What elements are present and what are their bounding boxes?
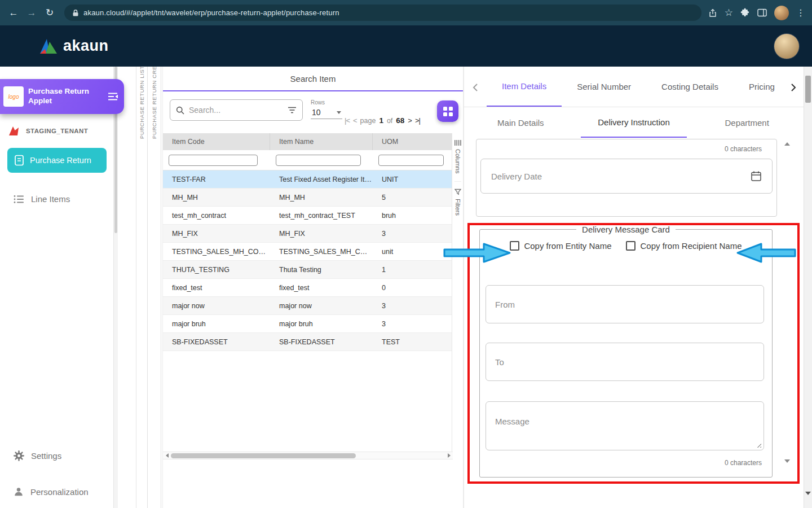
- browser-forward-icon[interactable]: →: [24, 5, 39, 21]
- cell-item-name: fixed_test: [270, 284, 373, 292]
- bookmark-star-icon[interactable]: ☆: [725, 7, 733, 19]
- copy-from-recipient-checkbox[interactable]: [626, 241, 636, 251]
- table-row[interactable]: MH_FIX MH_FIX 3: [163, 225, 453, 243]
- tenant-logo-icon: [8, 125, 20, 137]
- scroll-right-arrow[interactable]: [445, 452, 453, 459]
- table-row[interactable]: fixed_test fixed_test 0: [163, 279, 453, 297]
- rows-per-page-select[interactable]: Rows 10: [311, 99, 342, 119]
- browser-menu-icon[interactable]: ⋮: [796, 7, 805, 18]
- subtab-label: Department: [708, 107, 785, 138]
- calendar-icon[interactable]: [751, 170, 762, 182]
- pagination: |< < page 1 of 68 > >|: [345, 116, 420, 125]
- browser-sidepanel-icon[interactable]: [757, 8, 767, 17]
- search-box[interactable]: [170, 99, 303, 121]
- filter-input-item-code[interactable]: [169, 155, 258, 166]
- inner-scroll-up-icon[interactable]: [784, 142, 790, 146]
- drag-grip-icon: [454, 140, 461, 146]
- filter-input-uom[interactable]: [378, 155, 444, 166]
- from-field[interactable]: [486, 285, 764, 323]
- browser-reload-icon[interactable]: ↻: [42, 5, 58, 21]
- subtab-main-details[interactable]: Main Details: [464, 107, 577, 138]
- filters-tool[interactable]: Filters: [454, 181, 461, 224]
- applet-logo: logo: [3, 86, 24, 107]
- page-scrollbar-thumb[interactable]: [805, 76, 811, 103]
- columns-tool[interactable]: Columns: [454, 140, 461, 181]
- copy-from-recipient-option[interactable]: Copy from Recipient Name: [626, 241, 742, 251]
- table-row[interactable]: THUTA_TESTING Thuta Testing 1: [163, 261, 453, 279]
- copy-from-entity-checkbox[interactable]: [510, 241, 519, 251]
- browser-profile-avatar[interactable]: [774, 6, 789, 20]
- filters-tool-label: Filters: [454, 199, 461, 216]
- sidebar-scrollbar: [114, 67, 118, 508]
- user-avatar[interactable]: [774, 33, 800, 59]
- column-header-item-code[interactable]: Item Code: [163, 133, 270, 150]
- table-row[interactable]: TESTING_SALES_MH_CONTRACT TESTING_SALES_…: [163, 243, 453, 261]
- panel-title: Search Item: [163, 67, 463, 90]
- total-pages: 68: [396, 116, 404, 125]
- share-icon[interactable]: [708, 8, 717, 17]
- tab-item-details[interactable]: Item Details: [487, 67, 562, 107]
- copy-from-entity-option[interactable]: Copy from Entity Name: [510, 241, 611, 251]
- sidebar-item-settings[interactable]: Settings: [14, 450, 61, 461]
- sidebar-item-line-items[interactable]: Line Items: [14, 194, 70, 204]
- table-row[interactable]: major now major now 3: [163, 297, 453, 315]
- tab-costing-details[interactable]: Costing Details: [646, 67, 734, 107]
- from-input[interactable]: [486, 286, 764, 323]
- table-row[interactable]: SB-FIXEDASSET SB-FIXEDASSET TEST: [163, 333, 453, 351]
- tabs-scroll-left-icon[interactable]: [470, 82, 481, 93]
- cell-item-name: Test Fixed Asset Register Item C...: [270, 176, 373, 183]
- table-row[interactable]: MH_MH MH_MH 5: [163, 189, 453, 207]
- tabs-scroll-right-icon[interactable]: [788, 82, 799, 93]
- applet-title: Purchase Return Applet: [28, 87, 103, 106]
- browser-url-bar[interactable]: akaun.cloud/#/applet/tnt/wavelet/erp/pur…: [64, 5, 701, 21]
- search-toolbar: Rows 10 |< < page 1 of 68 > >|: [163, 91, 463, 133]
- cell-item-code: TEST-FAR: [163, 176, 270, 183]
- grid-view-button[interactable]: [437, 100, 458, 122]
- cell-item-name: TESTING_SALES_MH_CONTRACT: [270, 248, 373, 256]
- app-header: akaun: [0, 25, 812, 67]
- sidebar-item-tenant[interactable]: STAGING_TENANT: [8, 125, 88, 137]
- document-icon: [14, 155, 24, 166]
- current-page: 1: [379, 116, 383, 125]
- tab-serial-number[interactable]: Serial Number: [562, 67, 646, 107]
- inner-scroll-down-icon[interactable]: [784, 459, 790, 463]
- search-input[interactable]: [189, 106, 283, 115]
- delivery-date-field[interactable]: Delivery Date: [480, 159, 773, 194]
- vertical-tab-purchase-return-create[interactable]: PURCHASE RETURN CREATE: [148, 67, 161, 508]
- column-header-uom[interactable]: UOM: [373, 133, 453, 150]
- table-row[interactable]: test_mh_contract test_mh_contract_TEST b…: [163, 207, 453, 225]
- vertical-tab-purchase-return-listing[interactable]: PURCHASE RETURN LISTING: [136, 67, 148, 508]
- subtab-department[interactable]: Department: [690, 107, 804, 138]
- sidebar-item-personalization[interactable]: Personalization: [14, 487, 89, 497]
- sidebar-item-purchase-return[interactable]: Purchase Return: [7, 148, 107, 173]
- browser-back-icon[interactable]: ←: [6, 5, 21, 21]
- next-page-button[interactable]: >: [408, 116, 412, 125]
- subtab-delivery-instruction[interactable]: Delivery Instruction: [577, 107, 691, 138]
- applet-chip[interactable]: logo Purchase Return Applet: [0, 79, 124, 114]
- filter-icon[interactable]: [288, 106, 297, 114]
- extensions-puzzle-icon[interactable]: [740, 8, 750, 17]
- scroll-down-arrow[interactable]: [805, 495, 811, 505]
- message-textarea[interactable]: [486, 402, 764, 450]
- tab-pricing[interactable]: Pricing: [734, 67, 790, 107]
- rows-value: 10: [312, 108, 321, 117]
- table-row[interactable]: major bruh major bruh 3: [163, 315, 453, 333]
- character-count: 0 characters: [725, 459, 762, 467]
- browser-url: akaun.cloud/#/applet/tnt/wavelet/erp/pur…: [83, 8, 339, 17]
- last-page-button[interactable]: >|: [415, 116, 420, 125]
- filter-input-item-name[interactable]: [276, 155, 361, 166]
- prev-page-button[interactable]: <: [353, 116, 357, 125]
- to-input[interactable]: [486, 343, 764, 380]
- browser-toolbar: ← → ↻ akaun.cloud/#/applet/tnt/wavelet/e…: [0, 0, 812, 25]
- table-row[interactable]: TEST-FAR Test Fixed Asset Register Item …: [163, 170, 453, 189]
- to-field[interactable]: [486, 343, 764, 381]
- message-field[interactable]: [486, 401, 764, 450]
- columns-tool-label: Columns: [454, 149, 461, 173]
- collapse-menu-icon[interactable]: [107, 92, 118, 101]
- akaun-logo: akaun: [38, 37, 109, 55]
- cell-item-name: major now: [270, 302, 373, 310]
- horizontal-scrollbar-thumb[interactable]: [171, 453, 356, 458]
- first-page-button[interactable]: |<: [345, 116, 350, 125]
- column-header-item-name[interactable]: Item Name: [270, 133, 373, 150]
- scroll-left-arrow[interactable]: [163, 452, 171, 459]
